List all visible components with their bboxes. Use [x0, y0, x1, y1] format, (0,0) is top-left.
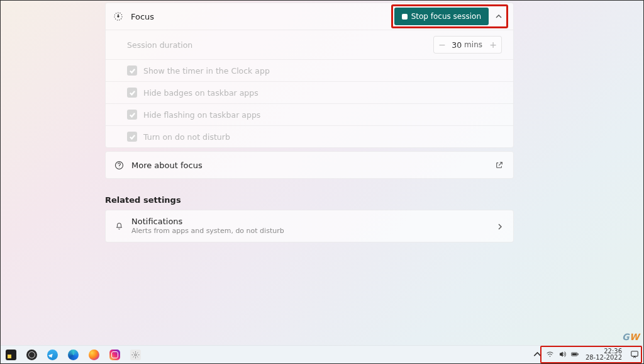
- notification-center-icon[interactable]: [628, 350, 641, 359]
- option-dnd[interactable]: Turn on do not disturb: [106, 125, 513, 147]
- start-button[interactable]: [2, 347, 20, 363]
- duration-value: 30: [450, 40, 463, 50]
- option-hide-badges[interactable]: Hide badges on taskbar apps: [106, 81, 513, 103]
- duration-increase-button[interactable]: +: [485, 37, 501, 53]
- svg-point-4: [135, 353, 136, 355]
- external-link-icon: [496, 159, 503, 171]
- stop-icon: [402, 14, 408, 20]
- focus-card: Focus Stop focus session Session duratio…: [105, 3, 514, 148]
- clock-date: 28-12-2022: [586, 355, 622, 361]
- stop-button-label: Stop focus session: [411, 12, 481, 21]
- related-settings-heading: Related settings: [105, 195, 514, 205]
- option-show-timer[interactable]: Show the timer in the Clock app: [106, 59, 513, 81]
- watermark-logo: GW: [622, 332, 640, 342]
- option-label: Hide badges on taskbar apps: [143, 88, 258, 98]
- taskbar: 22:36 28-12-2022: [1, 345, 643, 363]
- duration-decrease-button[interactable]: −: [434, 37, 450, 53]
- taskbar-app-telegram[interactable]: [43, 347, 62, 363]
- taskbar-clock[interactable]: 22:36 28-12-2022: [584, 348, 623, 361]
- taskbar-app-settings[interactable]: [126, 347, 145, 363]
- more-about-focus-label: More about focus: [131, 161, 203, 170]
- taskbar-app-instagram[interactable]: [106, 347, 124, 363]
- svg-point-3: [119, 167, 119, 168]
- svg-point-1: [117, 15, 119, 17]
- option-label: Turn on do not disturb: [143, 132, 230, 142]
- more-about-focus-link[interactable]: More about focus: [105, 151, 514, 179]
- chevron-up-icon[interactable]: [492, 10, 505, 23]
- stop-focus-session-button[interactable]: Stop focus session: [394, 8, 489, 25]
- checkbox-checked-icon: [127, 110, 137, 120]
- notifications-title: Notifications: [131, 217, 284, 227]
- taskbar-app-obs[interactable]: [23, 347, 41, 363]
- volume-icon[interactable]: [558, 349, 567, 361]
- session-duration-row: Session duration − 30 mins +: [106, 30, 513, 59]
- focus-header[interactable]: Focus Stop focus session: [106, 3, 513, 30]
- checkbox-checked-icon: [127, 132, 137, 142]
- focus-title: Focus: [131, 12, 154, 21]
- option-label: Show the timer in the Clock app: [143, 66, 270, 76]
- taskbar-app-firefox[interactable]: [85, 347, 103, 363]
- chevron-right-icon: [497, 220, 503, 232]
- option-hide-flashing[interactable]: Hide flashing on taskbar apps: [106, 103, 513, 125]
- svg-rect-9: [631, 351, 638, 356]
- checkbox-checked-icon: [127, 88, 137, 98]
- tray-overflow-icon[interactable]: [533, 349, 541, 361]
- svg-rect-7: [577, 353, 578, 355]
- svg-rect-8: [572, 353, 577, 355]
- session-duration-stepper[interactable]: − 30 mins +: [433, 36, 502, 54]
- battery-icon[interactable]: [571, 349, 579, 361]
- help-icon: [114, 161, 124, 170]
- wifi-icon[interactable]: [546, 349, 554, 361]
- taskbar-app-edge[interactable]: [64, 347, 82, 363]
- duration-unit: mins: [463, 40, 485, 49]
- bell-icon: [114, 222, 124, 231]
- focus-icon: [113, 11, 123, 21]
- settings-panel: Focus Stop focus session Session duratio…: [105, 1, 514, 242]
- checkbox-checked-icon: [127, 65, 137, 76]
- option-label: Hide flashing on taskbar apps: [143, 110, 260, 120]
- session-duration-label: Session duration: [127, 40, 192, 50]
- highlight-box-stop: Stop focus session: [391, 4, 508, 28]
- focus-body: Session duration − 30 mins + Show the ti…: [106, 30, 513, 147]
- svg-point-5: [550, 355, 551, 356]
- notifications-subtitle: Alerts from apps and system, do not dist…: [131, 227, 284, 236]
- notifications-link[interactable]: Notifications Alerts from apps and syste…: [105, 210, 514, 242]
